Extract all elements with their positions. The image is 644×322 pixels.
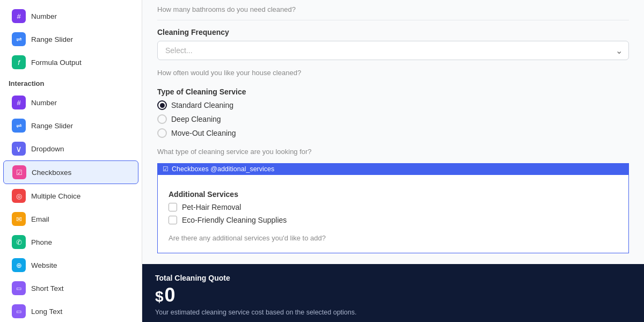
cleaning-type-radio-group: Standard Cleaning Deep Cleaning Move-Out… [157,100,629,138]
sidebar-item-short-text[interactable]: ▭ Short Text [3,277,138,299]
additional-services-hint: Are there any additional services you'd … [169,229,618,245]
cleaning-frequency-label: Cleaning Frequency [157,28,629,36]
sidebar-item-email[interactable]: ✉ Email [3,208,138,230]
sidebar-item-checkboxes[interactable]: ☑ Checkboxes [3,160,138,184]
total-label: Total Cleaning Quote [155,274,631,282]
radio-circle-moveout [157,128,167,138]
sidebar-label-multiple-choice: Multiple Choice [31,192,80,200]
dollar-sign: $ [155,288,164,305]
short-text-icon: ▭ [12,281,26,295]
interaction-section-label: Interaction [0,74,142,91]
range-icon-1: ⇌ [12,32,26,46]
checkbox-box-pet-hair [169,203,177,211]
checkbox-label-pet-hair: Pet-Hair Removal [182,203,241,211]
sidebar-item-phone[interactable]: ✆ Phone [3,231,138,253]
radio-inner-standard [160,103,165,108]
long-text-icon: ▭ [12,304,26,318]
checkbox-label-eco: Eco-Friendly Cleaning Supplies [182,216,287,224]
sidebar-item-website[interactable]: ⊕ Website [3,254,138,276]
range-icon-2: ⇌ [12,119,26,133]
sidebar-label-formula: Formula Output [31,58,82,67]
sidebar-item-number-2[interactable]: # Number [3,91,138,114]
radio-option-standard[interactable]: Standard Cleaning [157,100,629,110]
formula-icon: f [12,55,26,69]
cleaning-frequency-dropdown-wrapper: Select... ⌄ [157,41,629,60]
cleaning-type-label: Type of Cleaning Service [157,87,629,96]
cleaning-frequency-hint: How often would you like your house clea… [157,63,629,80]
sidebar-label-long-text: Long Text [31,308,62,316]
sidebar-group-other-items: ◎ Multiple Choice ✉ Email ✆ Phone ⊕ Webs… [0,185,142,322]
checkbox-eco[interactable]: Eco-Friendly Cleaning Supplies [169,216,618,224]
main-content-area: How many bathrooms do you need cleaned? … [142,0,644,322]
form-content: How many bathrooms do you need cleaned? … [142,0,644,264]
phone-icon: ✆ [12,235,26,249]
checkbox-pet-hair[interactable]: Pet-Hair Removal [169,203,618,211]
hash-icon: # [12,9,26,23]
radio-option-deep[interactable]: Deep Cleaning [157,114,629,124]
checkboxes-block: Additional Services Pet-Hair Removal Eco… [157,175,629,253]
sidebar-label-website: Website [31,261,57,269]
total-amount-value: 0 [165,286,175,305]
sidebar-group-top: # Number ⇌ Range Slider f Formula Output [0,5,142,74]
sidebar-label-dropdown: Dropdown [31,145,64,153]
radio-circle-standard [157,100,167,110]
checkboxes-tag-bar: ☑ Checkboxes @additional_services [157,163,629,175]
total-block: Total Cleaning Quote $ 0 Your estimated … [142,264,644,322]
sidebar-item-dropdown[interactable]: ∨ Dropdown [3,137,138,160]
bathrooms-hint: How many bathrooms do you need cleaned? [157,0,629,17]
sidebar-label-number-1: Number [31,12,57,20]
sidebar-item-long-text[interactable]: ▭ Long Text [3,300,138,322]
sidebar-label-range-2: Range Slider [31,122,73,130]
sidebar-label-phone: Phone [31,238,52,246]
radio-label-standard: Standard Cleaning [171,101,233,109]
sidebar-label-number-2: Number [31,99,57,107]
sidebar-item-formula-output[interactable]: f Formula Output [3,51,138,74]
sidebar-item-multiple-choice[interactable]: ◎ Multiple Choice [3,185,138,207]
sidebar-item-range-slider-1[interactable]: ⇌ Range Slider [3,28,138,50]
divider-1 [157,20,629,20]
checkboxes-tag-label: Checkboxes @additional_services [172,165,274,173]
cleaning-type-hint: What type of cleaning service are you lo… [157,142,629,159]
radio-circle-deep [157,114,167,124]
total-amount: $ 0 [155,286,631,305]
sidebar-section-interaction: Interaction # Number ⇌ Range Slider ∨ Dr… [0,74,142,184]
website-icon: ⊕ [12,258,26,272]
cleaning-frequency-select[interactable]: Select... [157,41,629,60]
sidebar-label-short-text: Short Text [31,284,64,292]
sidebar-label-email: Email [31,215,49,223]
radio-label-moveout: Move-Out Cleaning [171,129,236,137]
email-icon: ✉ [12,212,26,226]
checkboxes-icon: ☑ [12,165,26,179]
total-hint: Your estimated cleaning service cost bas… [155,309,631,316]
sidebar-label-checkboxes: Checkboxes [32,169,71,177]
sidebar-item-range-slider-2[interactable]: ⇌ Range Slider [3,114,138,137]
dropdown-icon: ∨ [12,142,26,156]
hash-icon-2: # [12,96,26,109]
radio-option-moveout[interactable]: Move-Out Cleaning [157,128,629,138]
checkbox-box-eco [169,216,177,224]
sidebar-item-number-1[interactable]: # Number [3,5,138,27]
sidebar: # Number ⇌ Range Slider f Formula Output… [0,0,142,322]
sidebar-label-range-1: Range Slider [31,35,73,43]
multiple-choice-icon: ◎ [12,189,26,203]
radio-label-deep: Deep Cleaning [171,115,221,123]
additional-services-label: Additional Services [169,190,618,199]
checkboxes-tag-icon: ☑ [163,165,169,173]
